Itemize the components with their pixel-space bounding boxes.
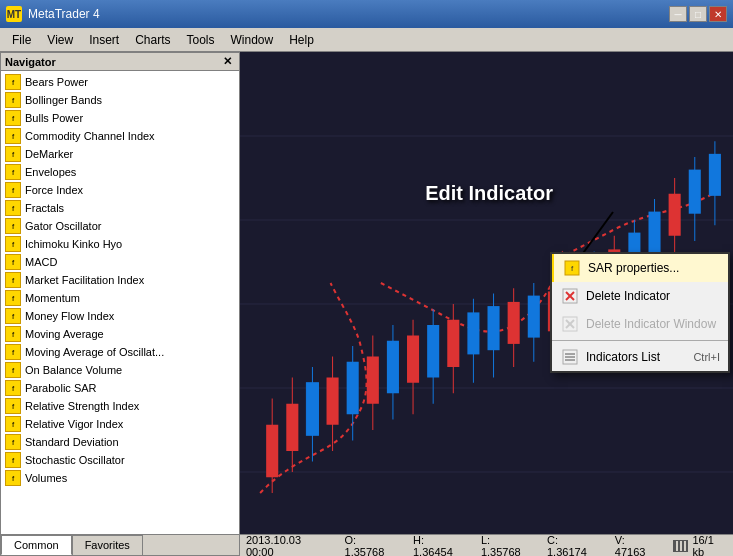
tab-common[interactable]: Common bbox=[1, 535, 72, 555]
nav-item-std-dev[interactable]: f Standard Deviation bbox=[1, 433, 239, 451]
nav-item-label: Moving Average of Oscillat... bbox=[25, 346, 164, 358]
status-datetime: 2013.10.03 00:00 bbox=[246, 534, 329, 557]
nav-item-parabolic-sar[interactable]: f Parabolic SAR bbox=[1, 379, 239, 397]
menu-charts[interactable]: Charts bbox=[127, 31, 178, 49]
status-close: C: 1.36174 bbox=[547, 534, 599, 557]
svg-rect-23 bbox=[427, 325, 439, 378]
minimize-button[interactable]: ─ bbox=[669, 6, 687, 22]
nav-item-label: Relative Vigor Index bbox=[25, 418, 123, 430]
nav-item-macd[interactable]: f MACD bbox=[1, 253, 239, 271]
indicator-icon: f bbox=[5, 362, 21, 378]
nav-item-label: Fractals bbox=[25, 202, 64, 214]
nav-item-label: Parabolic SAR bbox=[25, 382, 97, 394]
indicator-icon: f bbox=[5, 416, 21, 432]
indicator-icon: f bbox=[5, 200, 21, 216]
navigator-header: Navigator ✕ bbox=[1, 53, 239, 71]
svg-rect-27 bbox=[467, 312, 479, 354]
nav-item-money-flow-index[interactable]: f Money Flow Index bbox=[1, 307, 239, 325]
indicator-icon: f bbox=[5, 272, 21, 288]
nav-item-label: Moving Average bbox=[25, 328, 104, 340]
indicators-list-label: Indicators List bbox=[586, 350, 660, 364]
title-bar-text: MetaTrader 4 bbox=[28, 7, 667, 21]
indicator-icon: f bbox=[5, 182, 21, 198]
nav-item-demarker[interactable]: f DeMarker bbox=[1, 145, 239, 163]
nav-item-label: Force Index bbox=[25, 184, 83, 196]
nav-item-label: Envelopes bbox=[25, 166, 76, 178]
indicators-list-icon bbox=[560, 347, 580, 367]
restore-button[interactable]: □ bbox=[689, 6, 707, 22]
nav-item-moving-average[interactable]: f Moving Average bbox=[1, 325, 239, 343]
menu-help[interactable]: Help bbox=[281, 31, 322, 49]
nav-item-rsi[interactable]: f Relative Strength Index bbox=[1, 397, 239, 415]
svg-rect-51 bbox=[709, 154, 721, 196]
svg-rect-7 bbox=[266, 425, 278, 478]
indicator-icon: f bbox=[5, 110, 21, 126]
delete-indicator-icon bbox=[560, 286, 580, 306]
nav-item-label: Bears Power bbox=[25, 76, 88, 88]
indicator-icon: f bbox=[5, 452, 21, 468]
navigator-close-button[interactable]: ✕ bbox=[220, 55, 235, 68]
sar-properties-label: SAR properties... bbox=[588, 261, 679, 275]
menu-file[interactable]: File bbox=[4, 31, 39, 49]
navigator-panel: Navigator ✕ f Bears Power f Bollinger Ba… bbox=[0, 52, 240, 556]
status-page-info: 16/1 kb bbox=[692, 534, 727, 557]
indicator-icon: f bbox=[5, 236, 21, 252]
context-menu-separator bbox=[552, 340, 728, 341]
indicator-icon: f bbox=[5, 470, 21, 486]
app-icon: MT bbox=[6, 6, 22, 22]
indicator-icon: f bbox=[5, 344, 21, 360]
context-menu-sar-properties[interactable]: f SAR properties... bbox=[552, 254, 728, 282]
status-open: O: 1.35768 bbox=[345, 534, 397, 557]
nav-item-label: MACD bbox=[25, 256, 57, 268]
context-menu-indicators-list[interactable]: Indicators List Ctrl+I bbox=[552, 343, 728, 371]
indicator-icon: f bbox=[5, 218, 21, 234]
nav-item-label: Bulls Power bbox=[25, 112, 83, 124]
svg-rect-11 bbox=[306, 383, 318, 436]
menu-tools[interactable]: Tools bbox=[179, 31, 223, 49]
nav-item-stochastic[interactable]: f Stochastic Oscillator bbox=[1, 451, 239, 469]
nav-item-bears-power[interactable]: f Bears Power bbox=[1, 73, 239, 91]
nav-item-label: Standard Deviation bbox=[25, 436, 119, 448]
menu-view[interactable]: View bbox=[39, 31, 81, 49]
status-low: L: 1.35768 bbox=[481, 534, 531, 557]
nav-item-obv[interactable]: f On Balance Volume bbox=[1, 361, 239, 379]
indicator-icon: f bbox=[5, 290, 21, 306]
status-high: H: 1.36454 bbox=[413, 534, 465, 557]
nav-item-mao[interactable]: f Moving Average of Oscillat... bbox=[1, 343, 239, 361]
svg-rect-17 bbox=[367, 357, 379, 404]
close-button[interactable]: ✕ bbox=[709, 6, 727, 22]
status-volume: V: 47163 bbox=[615, 534, 657, 557]
indicator-icon: f bbox=[5, 92, 21, 108]
nav-item-label: Gator Oscillator bbox=[25, 220, 101, 232]
indicator-icon: f bbox=[5, 254, 21, 270]
indicator-icon: f bbox=[5, 128, 21, 144]
context-menu-delete-indicator[interactable]: Delete Indicator bbox=[552, 282, 728, 310]
chart-area[interactable]: Edit Indicator f SAR properties... bbox=[240, 52, 733, 556]
tab-favorites[interactable]: Favorites bbox=[72, 535, 143, 555]
title-bar: MT MetaTrader 4 ─ □ ✕ bbox=[0, 0, 733, 28]
nav-item-bollinger-bands[interactable]: f Bollinger Bands bbox=[1, 91, 239, 109]
nav-item-envelopes[interactable]: f Envelopes bbox=[1, 163, 239, 181]
nav-item-momentum[interactable]: f Momentum bbox=[1, 289, 239, 307]
indicator-icon: f bbox=[5, 434, 21, 450]
nav-item-force-index[interactable]: f Force Index bbox=[1, 181, 239, 199]
nav-item-volumes[interactable]: f Volumes bbox=[1, 469, 239, 487]
nav-item-rvi[interactable]: f Relative Vigor Index bbox=[1, 415, 239, 433]
menu-insert[interactable]: Insert bbox=[81, 31, 127, 49]
indicator-icon: f bbox=[5, 308, 21, 324]
svg-rect-9 bbox=[286, 404, 298, 451]
nav-tabs: Common Favorites bbox=[1, 534, 239, 555]
indicator-icon: f bbox=[5, 326, 21, 342]
nav-item-fractals[interactable]: f Fractals bbox=[1, 199, 239, 217]
nav-item-bulls-power[interactable]: f Bulls Power bbox=[1, 109, 239, 127]
menu-window[interactable]: Window bbox=[223, 31, 282, 49]
nav-item-gator-oscillator[interactable]: f Gator Oscillator bbox=[1, 217, 239, 235]
indicator-icon: f bbox=[5, 74, 21, 90]
nav-item-mfi[interactable]: f Market Facilitation Index bbox=[1, 271, 239, 289]
svg-rect-45 bbox=[648, 212, 660, 256]
indicators-list-shortcut: Ctrl+I bbox=[693, 351, 720, 363]
nav-item-ichimoku[interactable]: f Ichimoku Kinko Hyo bbox=[1, 235, 239, 253]
nav-item-cci[interactable]: f Commodity Channel Index bbox=[1, 127, 239, 145]
nav-item-label: Market Facilitation Index bbox=[25, 274, 144, 286]
nav-item-label: On Balance Volume bbox=[25, 364, 122, 376]
